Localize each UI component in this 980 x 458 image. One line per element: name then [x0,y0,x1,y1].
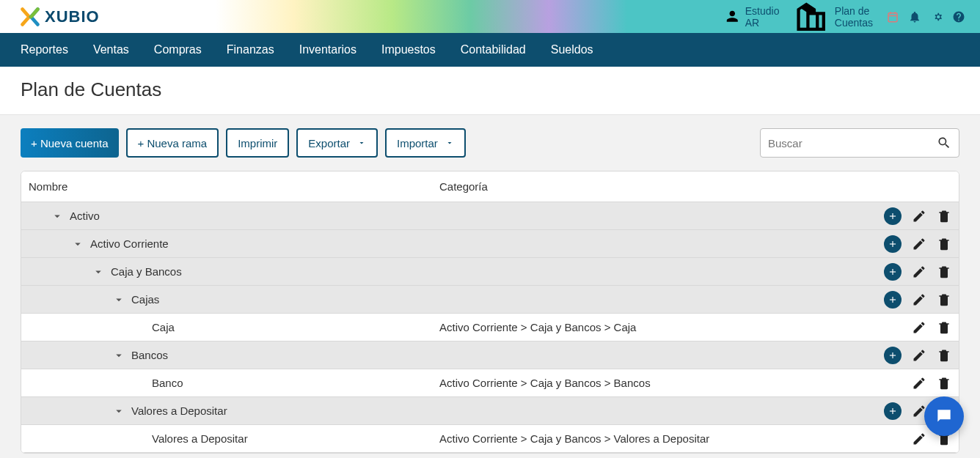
row-name: Bancos [131,349,168,361]
chat-fab[interactable] [924,396,964,436]
logo-text: XUBIO [45,7,100,26]
delete-icon[interactable] [937,376,951,391]
table-row[interactable]: Activo [21,202,959,230]
chevron-down-icon[interactable] [112,293,125,306]
edit-icon[interactable] [912,432,926,446]
chevron-down-icon [357,138,366,147]
table-row[interactable]: Caja y Bancos [21,258,959,286]
header-category: Categoría [439,180,849,193]
delete-icon[interactable] [937,265,951,279]
row-name: Valores a Depositar [152,432,248,445]
row-actions [849,235,951,253]
page-title: Plan de Cuentas [21,78,959,101]
edit-icon[interactable] [912,376,926,391]
nav-impuestos[interactable]: Impuestos [381,43,436,56]
nav-sueldos[interactable]: Sueldos [551,43,593,56]
row-category: Activo Corriente > Caja y Bancos > Banco… [439,377,849,389]
chat-icon [935,407,954,426]
add-child-button[interactable] [884,263,902,281]
new-branch-button[interactable]: + Nueva rama [126,128,219,158]
search-icon[interactable] [937,136,951,150]
toolbar: + Nueva cuenta + Nueva rama Imprimir Exp… [0,115,980,171]
row-category: Activo Corriente > Caja y Bancos > Valor… [439,432,849,445]
import-button[interactable]: Importar [385,128,466,158]
calendar-icon[interactable] [886,10,899,23]
chevron-down-icon[interactable] [71,237,84,251]
nav-compras[interactable]: Compras [154,43,202,56]
nav-finanzas[interactable]: Finanzas [227,43,274,56]
nav-inventarios[interactable]: Inventarios [299,43,356,56]
table-header: Nombre Categoría [21,171,959,202]
help-icon[interactable] [952,10,965,23]
chevron-down-icon[interactable] [51,210,64,223]
table-body: ActivoActivo CorrienteCaja y BancosCajas… [21,202,959,453]
logo[interactable]: XUBIO [21,7,100,26]
row-actions [849,207,951,225]
delete-icon[interactable] [937,292,951,307]
edit-icon[interactable] [912,265,926,279]
row-actions [849,291,951,309]
row-name: Caja y Bancos [111,265,182,278]
table-row[interactable]: Cajas [21,286,959,314]
estudio-label: Estudio AR [745,5,780,29]
accounts-table: Nombre Categoría ActivoActivo CorrienteC… [21,171,959,454]
row-name: Caja [152,321,175,333]
delete-icon[interactable] [937,209,951,224]
add-child-button[interactable] [884,347,902,364]
add-child-button[interactable] [884,291,902,309]
row-actions [849,320,951,335]
topbar-icons [886,10,965,23]
table-row[interactable]: BancoActivo Corriente > Caja y Bancos > … [21,369,959,397]
chevron-down-icon[interactable] [112,405,125,418]
add-child-button[interactable] [884,402,902,420]
logo-icon [21,7,40,26]
row-name: Activo [70,210,100,222]
nav-reportes[interactable]: Reportes [21,43,68,56]
gear-icon[interactable] [930,10,943,23]
navbar: Reportes Ventas Compras Finanzas Inventa… [0,33,980,67]
import-label: Importar [397,137,438,149]
chevron-down-icon[interactable] [112,349,125,362]
bell-icon[interactable] [908,10,921,23]
table-row[interactable]: Valores a Depositar [21,397,959,425]
print-button[interactable]: Imprimir [226,128,289,158]
topbar: XUBIO Estudio AR Plan de Cuentas [0,0,980,33]
plan-link[interactable]: Plan de Cuentas [792,0,873,35]
nav-ventas[interactable]: Ventas [93,43,129,56]
new-account-button[interactable]: + Nueva cuenta [21,128,119,158]
table-row[interactable]: Activo Corriente [21,230,959,258]
delete-icon[interactable] [937,237,951,251]
edit-icon[interactable] [912,292,926,307]
row-category: Activo Corriente > Caja y Bancos > Caja [439,321,849,333]
page-title-bar: Plan de Cuentas [0,67,980,115]
search-box[interactable] [760,128,959,158]
row-actions [849,347,951,364]
edit-icon[interactable] [912,320,926,335]
row-name: Valores a Depositar [131,405,227,417]
svg-rect-0 [888,12,897,21]
topbar-right: Estudio AR Plan de Cuentas [724,0,965,35]
table-row[interactable]: Valores a DepositarActivo Corriente > Ca… [21,425,959,453]
row-actions [849,263,951,281]
row-name: Cajas [131,293,159,306]
estudio-link[interactable]: Estudio AR [724,5,779,29]
add-child-button[interactable] [884,207,902,225]
export-label: Exportar [308,137,350,149]
chevron-down-icon[interactable] [92,265,105,278]
building-icon [792,0,830,35]
table-row[interactable]: Bancos [21,341,959,369]
export-button[interactable]: Exportar [296,128,378,158]
delete-icon[interactable] [937,348,951,363]
edit-icon[interactable] [912,209,926,224]
table-row[interactable]: CajaActivo Corriente > Caja y Bancos > C… [21,314,959,341]
header-name: Nombre [29,180,439,193]
svg-rect-5 [940,415,946,417]
nav-contabilidad[interactable]: Contabilidad [461,43,526,56]
person-icon [724,8,741,25]
plan-label: Plan de Cuentas [835,5,873,29]
edit-icon[interactable] [912,348,926,363]
add-child-button[interactable] [884,235,902,253]
delete-icon[interactable] [937,320,951,335]
edit-icon[interactable] [912,237,926,251]
search-input[interactable] [768,137,937,149]
